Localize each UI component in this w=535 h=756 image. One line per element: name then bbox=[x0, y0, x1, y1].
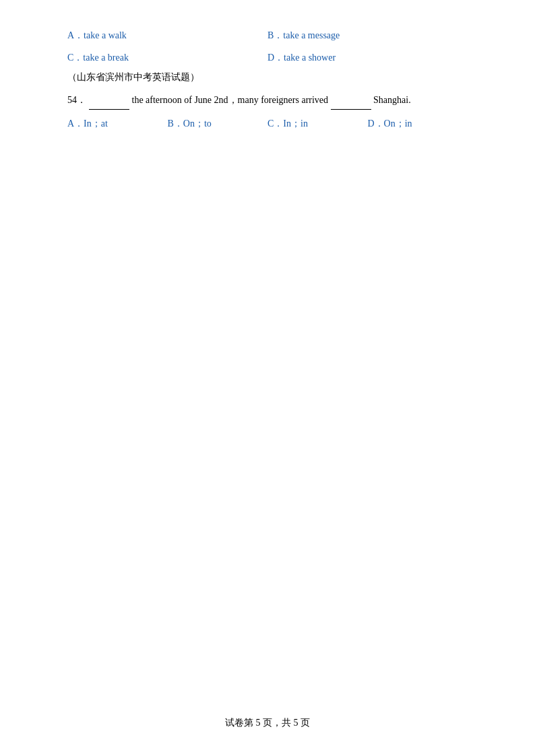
option-53-a: A．take a walk bbox=[67, 27, 268, 44]
option-53-c: C．take a break bbox=[67, 49, 268, 66]
option-54-c: C．In；in bbox=[268, 115, 368, 132]
page-footer: 试卷第 5 页，共 5 页 bbox=[0, 717, 535, 729]
option-54-b: B．On；to bbox=[168, 115, 268, 132]
source-note: （山东省滨州市中考英语试题） bbox=[67, 71, 468, 83]
option-54-d: D．On；in bbox=[368, 115, 468, 132]
blank-1 bbox=[89, 92, 129, 109]
option-54-a: A．In；at bbox=[67, 115, 168, 132]
blank-2 bbox=[331, 92, 371, 109]
question-53-options-row1: A．take a walk B．take a message bbox=[67, 27, 468, 44]
option-53-d: D．take a shower bbox=[268, 49, 468, 66]
question-54-stem: 54． the afternoon of June 2nd，many forei… bbox=[67, 92, 468, 109]
footer-text: 试卷第 5 页，共 5 页 bbox=[225, 718, 310, 728]
question-53-options-row2: C．take a break D．take a shower bbox=[67, 49, 468, 66]
option-53-b: B．take a message bbox=[268, 27, 468, 44]
question-54-options: A．In；at B．On；to C．In；in D．On；in bbox=[67, 115, 468, 132]
question-54-number: 54． bbox=[67, 92, 86, 108]
question-54-text: the afternoon of June 2nd，many foreigner… bbox=[89, 92, 468, 109]
